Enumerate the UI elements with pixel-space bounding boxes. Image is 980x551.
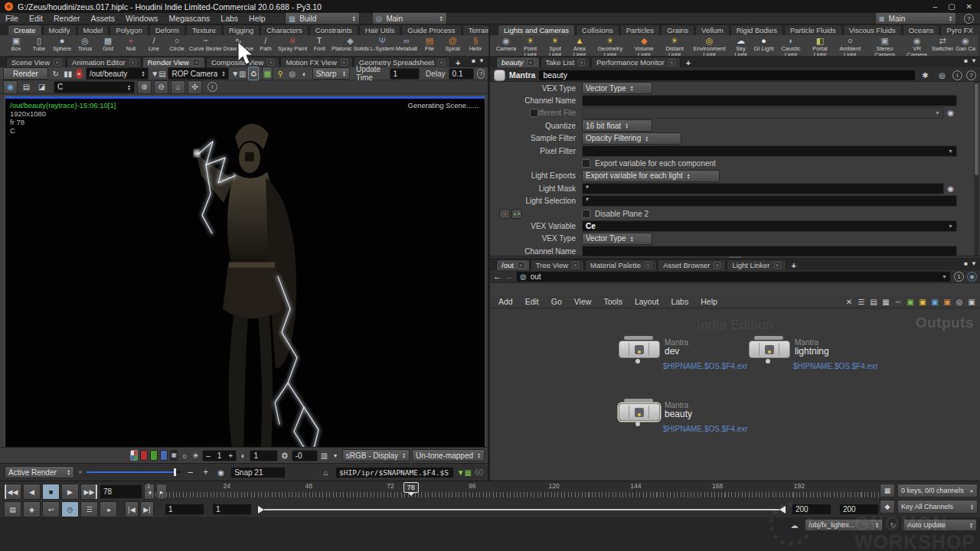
help-icon[interactable]: ? xyxy=(964,14,974,24)
right-desktop-selector[interactable]: ▩ Main▲▼ xyxy=(875,12,956,24)
shelf-tool-camera[interactable]: ◉Camera xyxy=(495,36,518,52)
viewport-info-icon[interactable]: i xyxy=(207,82,217,92)
offset-icon[interactable]: ❂ xyxy=(280,449,289,461)
param-toggle-checkbox[interactable] xyxy=(530,109,538,117)
key-all-channels-button[interactable]: Key All Channels ▲▼ xyxy=(897,500,978,514)
tab-close-icon[interactable]: × xyxy=(193,59,200,66)
move-plane-button[interactable]: ▲▼ xyxy=(511,209,522,219)
param-field-pixel-filter[interactable]: ▼ xyxy=(582,145,957,157)
pane-splitter-handle[interactable]: ▪▪▪▪▪ xyxy=(490,256,980,259)
context-icon[interactable]: ☁ xyxy=(788,519,801,531)
tab-close-icon[interactable]: × xyxy=(645,262,652,269)
shelf-tab-terrain-fx[interactable]: Terrain FX xyxy=(462,24,488,35)
net-forward-icon[interactable]: → xyxy=(505,272,513,281)
shelf-tool-platonic-solids[interactable]: ◆Platonic Solids xyxy=(331,36,370,52)
shelf-tool-switcher[interactable]: ⇄Switcher xyxy=(931,36,954,52)
shelf-tab-pyro-fx[interactable]: Pyro FX xyxy=(940,24,978,35)
shelf-tool-spot-light[interactable]: ☀Spot Light xyxy=(543,36,567,57)
playhead[interactable]: 78 xyxy=(403,482,419,499)
update-time-field[interactable]: 1 xyxy=(390,68,420,80)
shelf-tool-environment-light[interactable]: ◎Environment Light xyxy=(690,36,730,57)
shelf-tool-volume-light[interactable]: ◆Volume Light xyxy=(629,36,660,57)
new-tab-button[interactable]: + xyxy=(451,58,465,67)
shelf-tool-vr-camera[interactable]: ◉VR Camera xyxy=(903,36,931,57)
net-menu-labs[interactable]: Labs xyxy=(665,297,694,306)
param-field-light-selection[interactable]: * xyxy=(582,195,957,207)
net-menu-help[interactable]: Help xyxy=(695,297,723,306)
net-menu-view[interactable]: View xyxy=(569,297,597,306)
pause-render-icon[interactable]: ▮▮ xyxy=(64,67,73,80)
colorspace-selector[interactable]: sRGB - Display▲▼ xyxy=(342,449,410,461)
node-output-connector[interactable] xyxy=(635,359,640,364)
pane-menu-icon[interactable]: ▼ xyxy=(479,57,485,64)
menu-help[interactable]: Help xyxy=(243,14,271,23)
net-list-icon[interactable]: ▤ xyxy=(868,295,879,308)
delay-field[interactable]: 0.1 xyxy=(449,68,475,80)
blue-channel-icon[interactable] xyxy=(160,450,168,461)
shelf-tool-l-system[interactable]: ΨL-System xyxy=(370,36,395,52)
offset-field[interactable]: -0 xyxy=(292,450,318,461)
snapshot-to-disk-icon[interactable]: ▼▥ xyxy=(232,67,245,80)
contrast-icon[interactable]: ◐ xyxy=(239,449,247,461)
tab-close-icon[interactable]: × xyxy=(518,262,524,269)
stop-button[interactable]: ■ xyxy=(42,484,60,500)
snap-minus-icon[interactable]: – xyxy=(185,466,196,478)
param-field-vex-variable[interactable]: Ce▼ xyxy=(582,220,957,232)
node-output-file[interactable]: $HIPNAME.$OS.$F4.exr xyxy=(663,425,748,433)
minus-icon[interactable]: – xyxy=(206,452,211,460)
shelf-tool-tube[interactable]: ▯Tube xyxy=(28,36,51,52)
param-combo-quantize[interactable]: 16 bit float▲▼ xyxy=(582,119,652,132)
shelf-tool-path[interactable]: /Path xyxy=(254,36,277,52)
scoped-channels-icon[interactable]: ▦ xyxy=(880,484,895,497)
node-output-connector[interactable] xyxy=(766,359,770,364)
menu-labs[interactable]: Labs xyxy=(215,14,243,23)
preview-mode-icon[interactable]: ♻ xyxy=(248,67,259,80)
net-tools-icon[interactable]: ✕ xyxy=(844,295,854,308)
more-arrow-icon[interactable]: ▼ xyxy=(331,449,339,461)
shelf-tool-gi-light[interactable]: ●GI Light xyxy=(753,36,776,52)
range-start-field[interactable]: 1 xyxy=(165,504,204,515)
pane-menu-icon[interactable]: ▼ xyxy=(971,57,977,64)
param-checkbox[interactable] xyxy=(582,210,590,218)
menu-assets[interactable]: Assets xyxy=(85,14,120,23)
shelf-tool-curve-bezier[interactable]: ~Curve Bezier xyxy=(188,36,223,52)
menu-render[interactable]: Render xyxy=(48,14,85,23)
shelf-tab-deform[interactable]: Deform xyxy=(149,24,185,35)
node-output-connector[interactable] xyxy=(635,422,640,426)
param-combo-vex-type[interactable]: Vector Type▲▼ xyxy=(582,233,652,245)
node-name-field[interactable]: beauty xyxy=(539,70,915,80)
search-icon[interactable]: ◎ xyxy=(936,69,949,81)
tab-close-icon[interactable]: × xyxy=(267,59,274,66)
current-frame-field[interactable]: 78 xyxy=(100,484,142,499)
tab-close-icon[interactable]: × xyxy=(714,262,720,269)
channel-selector[interactable]: C▲▼ xyxy=(54,81,135,93)
param-field-different-file[interactable]: ▼ xyxy=(582,107,944,119)
tab-close-icon[interactable]: × xyxy=(572,262,579,269)
audio-icon[interactable]: ◈ xyxy=(23,501,41,517)
red-channel-icon[interactable] xyxy=(140,450,148,461)
remove-plane-button[interactable]: × xyxy=(499,209,510,219)
shelf-tool-point-light[interactable]: ☀Point Light xyxy=(518,36,543,57)
simulation-icon[interactable]: ↩ xyxy=(42,501,60,517)
node-input-connector[interactable] xyxy=(624,399,653,403)
node-input-connector[interactable] xyxy=(754,336,783,340)
update-mode-selector[interactable]: Auto Update▲▼ xyxy=(903,519,977,531)
recook-icon[interactable]: ↻ xyxy=(887,519,900,531)
shelf-tool-gan-ca[interactable]: ◉Gan Ca xyxy=(954,36,977,52)
tab-close-icon[interactable]: × xyxy=(54,59,60,66)
luminance-icon[interactable]: ☼ xyxy=(180,449,188,461)
shelf-tool-area-light[interactable]: ▲Area Light xyxy=(567,36,592,57)
pane-menu-icon[interactable]: ▼ xyxy=(971,260,977,267)
net-find-icon[interactable]: ◎ xyxy=(954,295,965,308)
tab-close-icon[interactable]: × xyxy=(528,59,534,66)
snapshot-slider[interactable] xyxy=(87,468,181,476)
export-channels-icon[interactable]: ▤ xyxy=(4,501,21,517)
pane-maximize-icon[interactable]: ■ xyxy=(472,57,475,64)
gear-icon[interactable]: ✱ xyxy=(919,69,932,81)
net-menu-layout[interactable]: Layout xyxy=(629,297,665,306)
green-channel-icon[interactable] xyxy=(150,450,158,461)
net-image-icon[interactable]: ▣ xyxy=(966,295,977,308)
net-grid-icon[interactable]: ▦ xyxy=(880,295,891,308)
re-render-icon[interactable]: ↻ xyxy=(51,67,60,80)
clear-snapshot-icon[interactable]: × xyxy=(78,468,82,476)
